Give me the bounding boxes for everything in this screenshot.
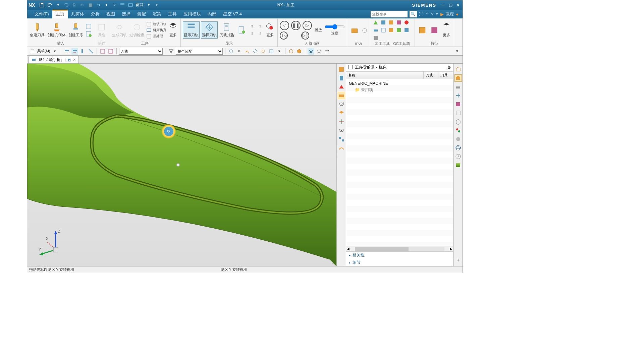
shade-icon[interactable] bbox=[338, 127, 345, 134]
ipw-small-icon[interactable] bbox=[361, 27, 368, 34]
menu-home[interactable]: 主页 bbox=[52, 10, 68, 18]
gc-icon[interactable] bbox=[372, 19, 379, 26]
column-tool[interactable]: 刀具 bbox=[438, 72, 453, 79]
web-icon[interactable] bbox=[454, 144, 462, 152]
snap-icon[interactable] bbox=[252, 48, 259, 55]
filter-icon[interactable] bbox=[71, 48, 78, 55]
history-icon[interactable] bbox=[454, 153, 462, 160]
part-navigator-icon[interactable] bbox=[454, 66, 462, 73]
menu-xingkong[interactable]: 星空 V7.4 bbox=[220, 10, 245, 18]
maximize-button[interactable]: ▢ bbox=[447, 2, 454, 8]
machine-tool-nav-icon[interactable] bbox=[454, 83, 462, 90]
swap-icon[interactable] bbox=[324, 48, 330, 55]
hdm-icon[interactable] bbox=[454, 109, 462, 117]
fullscreen-icon[interactable]: ⛶ bbox=[419, 12, 423, 17]
menu-tools[interactable]: 工具 bbox=[165, 10, 180, 18]
arrow-down-icon[interactable]: ⇩ bbox=[257, 31, 263, 37]
close-icon[interactable]: ✕ bbox=[73, 58, 76, 62]
close-button[interactable]: ✕ bbox=[454, 2, 461, 8]
paste-icon[interactable]: 📋 bbox=[87, 2, 93, 8]
verify-button[interactable]: 过切检查 bbox=[129, 22, 145, 38]
dropdown-icon[interactable]: ▼ bbox=[276, 48, 283, 55]
customize-icon[interactable]: ▾ bbox=[154, 2, 160, 8]
menu-file[interactable]: 文件(F) bbox=[31, 10, 52, 18]
toolpath-report-button[interactable]: 刀轨报告 bbox=[219, 22, 235, 38]
cut-icon[interactable]: ✂ bbox=[79, 2, 85, 8]
gc-icon[interactable] bbox=[372, 27, 379, 34]
funnel-icon[interactable] bbox=[168, 48, 174, 55]
ribbon-small-icon[interactable] bbox=[85, 23, 92, 30]
menu-assembly[interactable]: 装配 bbox=[134, 10, 149, 18]
filter-icon[interactable] bbox=[79, 48, 86, 55]
snap-icon[interactable] bbox=[244, 48, 251, 55]
layer-icon[interactable] bbox=[338, 109, 345, 117]
create-tool-button[interactable]: 创建刀具 bbox=[29, 22, 45, 38]
command-search-input[interactable] bbox=[371, 11, 408, 17]
tree-child[interactable]: 📁 未用项 bbox=[347, 86, 452, 94]
redo-icon[interactable] bbox=[63, 2, 69, 8]
more-button[interactable]: 更多 bbox=[441, 22, 452, 38]
menu-view[interactable]: 视图 bbox=[103, 10, 118, 18]
box-icon[interactable] bbox=[288, 48, 294, 55]
scroll-left-icon[interactable]: ◀ bbox=[346, 247, 350, 251]
menu-render[interactable]: 渲染 bbox=[149, 10, 165, 18]
toolpath-extra-button[interactable] bbox=[236, 25, 247, 36]
gc-icon[interactable] bbox=[395, 19, 402, 26]
snap-icon[interactable] bbox=[268, 48, 275, 55]
record-icon[interactable]: ● bbox=[456, 12, 459, 17]
customize-icon[interactable]: ▾ bbox=[454, 48, 461, 55]
step-fwd-button[interactable]: ▷⦘ bbox=[301, 32, 309, 40]
snap-icon[interactable] bbox=[260, 48, 267, 55]
arrow-up-icon[interactable]: ⬆ bbox=[249, 23, 255, 30]
scroll-thumb[interactable] bbox=[355, 247, 409, 251]
menu-select[interactable]: 选择 bbox=[118, 10, 134, 18]
gc-icon[interactable] bbox=[403, 19, 410, 26]
grid-icon[interactable] bbox=[119, 2, 125, 8]
rewind-button[interactable]: ◁ bbox=[280, 21, 289, 30]
axis-icon[interactable] bbox=[338, 118, 345, 125]
operation-navigator-icon[interactable] bbox=[454, 74, 462, 82]
accordion-dependency[interactable]: 相关性 bbox=[346, 251, 453, 259]
tutorial-label[interactable]: 教程 bbox=[446, 11, 454, 17]
eye-off-icon[interactable] bbox=[316, 48, 322, 55]
show-toolpath-button[interactable]: 显示刀轨 bbox=[183, 21, 200, 39]
constraint-icon[interactable] bbox=[454, 92, 462, 99]
feature-button-2[interactable] bbox=[429, 25, 440, 36]
eye-icon[interactable] bbox=[308, 48, 314, 55]
create-geometry-button[interactable]: 创建几何体 bbox=[47, 22, 66, 38]
tree-root[interactable]: GENERIC_MACHINE bbox=[347, 80, 452, 86]
touch-icon[interactable]: ☞ bbox=[111, 2, 117, 8]
visibility-icon[interactable] bbox=[338, 101, 345, 108]
accordion-details[interactable]: 细节 bbox=[346, 259, 453, 266]
reuse-icon[interactable] bbox=[454, 101, 462, 108]
copy-icon[interactable]: ⎘ bbox=[71, 2, 77, 8]
pin-icon[interactable]: ◩ bbox=[68, 58, 71, 62]
minimize-button[interactable]: ─ bbox=[440, 2, 446, 8]
program-order-icon[interactable] bbox=[338, 66, 345, 73]
menu-button[interactable]: 菜单(M) bbox=[37, 49, 50, 54]
filter-icon[interactable] bbox=[107, 48, 114, 55]
coordinate-triad[interactable]: Z Y X bbox=[37, 228, 67, 259]
menu-geometry[interactable]: 几何体 bbox=[68, 10, 88, 18]
dropdown-icon[interactable]: ▼ bbox=[52, 48, 58, 55]
expand-icon[interactable] bbox=[454, 257, 462, 264]
ribbon-small-icon[interactable] bbox=[85, 31, 92, 37]
gc-icon[interactable] bbox=[395, 27, 402, 34]
dropdown-icon[interactable]: ▼ bbox=[435, 12, 438, 16]
play-button[interactable]: ▷ bbox=[303, 21, 312, 30]
gradient-icon[interactable] bbox=[454, 162, 462, 169]
machine-tool-icon[interactable] bbox=[338, 74, 345, 82]
pause-button[interactable]: ❚❚ bbox=[291, 21, 301, 30]
tutorial-icon[interactable]: ▶ bbox=[440, 12, 444, 17]
machining-method-icon[interactable] bbox=[338, 92, 345, 99]
lasso-icon[interactable]: ⟲ bbox=[95, 2, 101, 8]
search-icon[interactable]: 🔍 bbox=[410, 11, 417, 17]
nav-scrollbar[interactable]: ◀ ▶ bbox=[346, 246, 453, 251]
group-icon[interactable] bbox=[338, 135, 345, 143]
menu-app-module[interactable]: 应用模块 bbox=[180, 10, 204, 18]
arrow-down-icon[interactable]: ⬇ bbox=[249, 31, 255, 37]
generate-toolpath-button[interactable]: 生成刀轨 bbox=[111, 22, 127, 38]
dropdown-icon[interactable]: ▼ bbox=[103, 2, 109, 8]
filter-icon[interactable] bbox=[63, 48, 70, 55]
chevron-down-icon[interactable]: ⌄ bbox=[331, 261, 334, 265]
